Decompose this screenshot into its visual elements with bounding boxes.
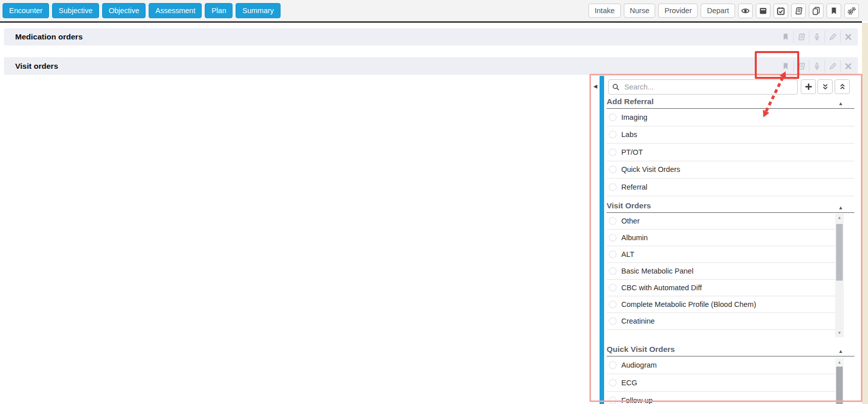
depart-button[interactable]: Depart — [701, 4, 735, 18]
list-item[interactable]: ECG — [607, 374, 837, 392]
pencil-icon[interactable] — [825, 60, 840, 72]
item-radio — [609, 250, 617, 258]
scroll-up-icon[interactable]: ▲ — [835, 359, 844, 366]
item-label: Labs — [621, 130, 637, 139]
item-label: Follow up — [621, 396, 653, 404]
item-radio — [609, 300, 617, 308]
group-title: Visit Orders — [607, 201, 651, 210]
group-title: Quick Visit Orders — [607, 345, 675, 354]
list-item[interactable]: ALT — [607, 246, 837, 263]
scrollbar[interactable]: ▲ — [835, 358, 844, 404]
book-icon — [794, 7, 803, 15]
close-icon[interactable] — [840, 31, 856, 43]
list-item[interactable]: Audiogram — [607, 356, 837, 374]
list-item[interactable]: Referral — [607, 178, 854, 196]
calendar-check-button[interactable] — [773, 4, 788, 18]
group-header-add-referral[interactable]: Add Referral ▲ — [607, 97, 854, 109]
list-item[interactable]: PT/OT — [607, 144, 854, 161]
list-item[interactable]: Imaging — [607, 109, 854, 126]
tab-subjective[interactable]: Subjective — [52, 3, 99, 18]
add-referral-list: Imaging Labs PT/OT Quick Visit Orders Re… — [607, 109, 854, 196]
nurse-button[interactable]: Nurse — [624, 4, 656, 18]
list-item[interactable]: Follow up — [607, 392, 837, 404]
item-label: Imaging — [621, 113, 648, 121]
double-chevron-up-icon — [839, 83, 846, 91]
close-icon[interactable] — [840, 60, 856, 72]
tab-summary[interactable]: Summary — [236, 3, 280, 18]
eye-button[interactable] — [738, 4, 753, 18]
item-radio — [609, 379, 617, 387]
scrollbar-thumb[interactable] — [836, 367, 843, 404]
panel-collapse-handle[interactable]: ◀ — [592, 82, 599, 91]
tab-objective[interactable]: Objective — [102, 3, 146, 18]
copy-button[interactable] — [809, 4, 824, 18]
book-button[interactable] — [791, 4, 806, 18]
item-label: Creatinine — [621, 317, 655, 325]
book-icon[interactable] — [793, 31, 809, 43]
item-label: Albumin — [621, 234, 648, 242]
collapse-caret-icon[interactable]: ▲ — [838, 101, 854, 106]
archive-button[interactable] — [756, 4, 770, 18]
group-title: Add Referral — [607, 97, 654, 106]
collapse-caret-icon[interactable]: ▲ — [838, 205, 854, 210]
item-radio — [609, 113, 617, 121]
group-header-visit-orders[interactable]: Visit Orders ▲ — [607, 196, 854, 213]
collapse-caret-icon[interactable]: ▲ — [838, 348, 854, 354]
item-radio — [609, 234, 617, 242]
list-item[interactable]: Basic Metabolic Panel — [607, 263, 837, 280]
calendar-check-icon — [776, 7, 785, 15]
collapse-all-button[interactable] — [817, 79, 833, 94]
item-label: Referral — [621, 183, 648, 191]
item-radio — [609, 267, 617, 275]
archive-icon — [759, 7, 767, 15]
add-order-button[interactable] — [801, 79, 816, 94]
eye-icon — [741, 7, 750, 15]
bookmark-icon[interactable] — [778, 60, 793, 72]
list-item[interactable]: Other — [607, 213, 837, 230]
plus-icon — [805, 83, 812, 91]
double-chevron-down-icon — [821, 83, 829, 91]
copy-icon — [812, 7, 820, 15]
settings-button[interactable] — [844, 4, 859, 18]
list-item[interactable]: Creatinine — [607, 313, 837, 330]
scroll-up-icon[interactable]: ▲ — [835, 214, 844, 221]
pencil-icon[interactable] — [825, 31, 840, 43]
bookmark-button[interactable] — [827, 4, 841, 18]
tab-plan[interactable]: Plan — [205, 3, 233, 18]
panel-body: Add Referral ▲ Imaging Labs PT/OT Quick … — [607, 97, 854, 404]
scrollbar-thumb[interactable] — [836, 224, 843, 281]
list-item[interactable]: Albumin — [607, 230, 837, 246]
list-item[interactable]: Complete Metabolic Profile (Blood Chem) — [607, 296, 837, 313]
section-title: Visit orders — [15, 62, 58, 71]
provider-button[interactable]: Provider — [658, 4, 698, 18]
item-label: Audiogram — [621, 361, 657, 369]
item-radio — [609, 130, 617, 139]
list-item[interactable]: Quick Visit Orders — [607, 161, 854, 179]
search-input[interactable] — [608, 79, 798, 95]
book-icon[interactable] — [793, 60, 809, 72]
item-label: ECG — [621, 379, 637, 387]
item-radio — [609, 148, 617, 156]
scroll-down-icon[interactable]: ▼ — [835, 330, 844, 336]
list-item[interactable]: Labs — [607, 126, 854, 144]
intake-button[interactable]: Intake — [588, 4, 621, 18]
item-label: ALT — [621, 250, 634, 258]
visit-orders-section-bar: Visit orders — [4, 57, 858, 75]
item-radio — [609, 396, 617, 404]
top-toolbar: Encounter Subjective Objective Assessmen… — [0, 0, 868, 21]
tab-assessment[interactable]: Assessment — [149, 3, 202, 18]
list-item[interactable]: CBC with Automated Diff — [607, 280, 837, 296]
bookmark-icon — [830, 7, 838, 15]
expand-all-button[interactable] — [835, 79, 850, 94]
item-radio — [609, 217, 617, 225]
item-label: Basic Metabolic Panel — [621, 267, 694, 275]
scrollbar[interactable]: ▲ ▼ — [835, 214, 844, 337]
microphone-icon[interactable] — [809, 31, 825, 43]
bookmark-icon[interactable] — [778, 31, 793, 43]
tab-encounter[interactable]: Encounter — [3, 3, 49, 18]
toolbar-divider — [0, 21, 862, 23]
item-label: PT/OT — [621, 148, 643, 156]
group-header-quick-visit-orders[interactable]: Quick Visit Orders ▲ — [607, 338, 854, 356]
panel-accent-bar — [600, 76, 604, 404]
microphone-icon[interactable] — [809, 60, 825, 72]
